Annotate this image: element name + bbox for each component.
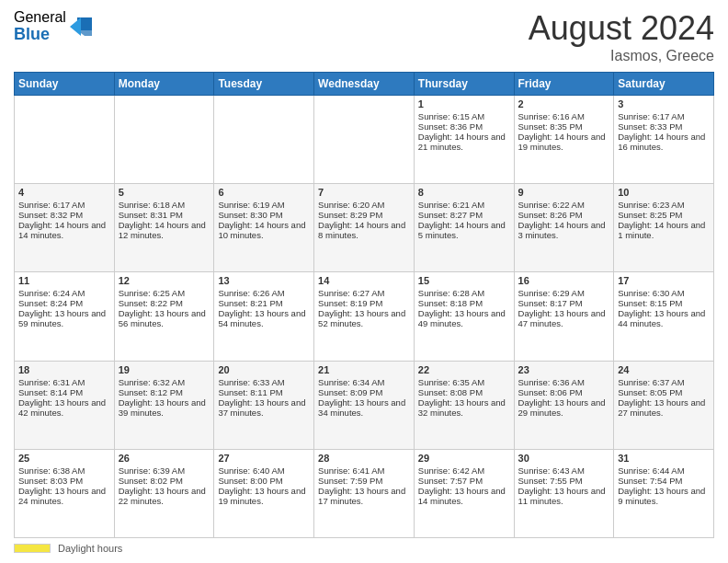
sunset-text: Sunset: 8:32 PM [18, 210, 110, 220]
day-number: 11 [18, 275, 110, 286]
month-year: August 2024 [529, 9, 714, 48]
sunrise-text: Sunrise: 6:31 AM [18, 377, 110, 387]
day-number: 23 [518, 364, 610, 375]
calendar-cell: 19Sunrise: 6:32 AMSunset: 8:12 PMDayligh… [114, 361, 214, 449]
calendar-cell: 4Sunrise: 6:17 AMSunset: 8:32 PMDaylight… [15, 184, 115, 272]
sunset-text: Sunset: 8:35 PM [518, 121, 610, 132]
day-number: 3 [618, 98, 710, 109]
daylight-text: Daylight: 14 hours and 14 minutes. [18, 220, 110, 240]
sunrise-text: Sunrise: 6:35 AM [418, 377, 510, 387]
calendar-table: SundayMondayTuesdayWednesdayThursdayFrid… [14, 72, 714, 538]
logo-blue: Blue [14, 26, 66, 44]
daylight-text: Daylight: 14 hours and 8 minutes. [318, 220, 410, 240]
daylight-text: Daylight: 13 hours and 49 minutes. [418, 308, 510, 328]
calendar-cell: 27Sunrise: 6:40 AMSunset: 8:00 PMDayligh… [214, 449, 314, 537]
calendar-cell: 5Sunrise: 6:18 AMSunset: 8:31 PMDaylight… [114, 184, 214, 272]
logo-general: General [14, 9, 66, 26]
daylight-text: Daylight: 13 hours and 42 minutes. [18, 397, 110, 418]
location: Iasmos, Greece [529, 48, 714, 64]
sunrise-text: Sunrise: 6:29 AM [518, 288, 610, 298]
footer: Daylight hours [14, 543, 714, 554]
calendar-cell [214, 96, 314, 184]
sunset-text: Sunset: 7:59 PM [318, 476, 410, 486]
sunrise-text: Sunrise: 6:43 AM [518, 465, 610, 476]
header: General Blue August 2024 Iasmos, Greece [14, 9, 714, 64]
day-number: 15 [418, 275, 510, 286]
day-number: 28 [318, 453, 410, 464]
calendar-cell [314, 96, 415, 184]
sunrise-text: Sunrise: 6:21 AM [418, 200, 510, 210]
calendar-cell: 18Sunrise: 6:31 AMSunset: 8:14 PMDayligh… [15, 361, 115, 449]
daylight-text: Daylight: 13 hours and 19 minutes. [218, 486, 310, 506]
daylight-text: Daylight: 14 hours and 16 minutes. [618, 132, 710, 152]
sunrise-text: Sunrise: 6:36 AM [518, 377, 610, 387]
sunset-text: Sunset: 8:11 PM [218, 387, 310, 397]
sunrise-text: Sunrise: 6:42 AM [418, 465, 510, 476]
daylight-text: Daylight: 13 hours and 27 minutes. [618, 397, 710, 418]
day-number: 31 [618, 453, 710, 464]
sunset-text: Sunset: 8:15 PM [618, 298, 710, 308]
sunset-text: Sunset: 7:54 PM [618, 476, 710, 486]
calendar-week-1: 1Sunrise: 6:15 AMSunset: 8:36 PMDaylight… [15, 96, 714, 184]
calendar-cell: 12Sunrise: 6:25 AMSunset: 8:22 PMDayligh… [114, 272, 214, 361]
daylight-text: Daylight: 13 hours and 39 minutes. [119, 397, 210, 418]
sunset-text: Sunset: 8:24 PM [18, 298, 110, 308]
calendar-header-saturday: Saturday [614, 73, 714, 96]
sunrise-text: Sunrise: 6:20 AM [318, 200, 410, 210]
calendar-cell: 15Sunrise: 6:28 AMSunset: 8:18 PMDayligh… [414, 272, 514, 361]
title-block: August 2024 Iasmos, Greece [529, 9, 714, 64]
sunset-text: Sunset: 8:27 PM [418, 210, 510, 220]
sunrise-text: Sunrise: 6:16 AM [518, 111, 610, 121]
day-number: 14 [318, 275, 410, 286]
calendar-cell [114, 96, 214, 184]
calendar-cell: 20Sunrise: 6:33 AMSunset: 8:11 PMDayligh… [214, 361, 314, 449]
sunset-text: Sunset: 8:18 PM [418, 298, 510, 308]
calendar-week-5: 25Sunrise: 6:38 AMSunset: 8:03 PMDayligh… [15, 449, 714, 537]
sunset-text: Sunset: 8:02 PM [119, 476, 210, 486]
daylight-text: Daylight: 14 hours and 5 minutes. [418, 220, 510, 240]
day-number: 6 [218, 187, 310, 198]
sunset-text: Sunset: 8:12 PM [119, 387, 210, 397]
sunset-text: Sunset: 8:19 PM [318, 298, 410, 308]
sunrise-text: Sunrise: 6:44 AM [618, 465, 710, 476]
day-number: 8 [418, 187, 510, 198]
day-number: 18 [18, 364, 110, 375]
calendar-header-wednesday: Wednesday [314, 73, 415, 96]
daylight-bar [14, 544, 51, 553]
sunrise-text: Sunrise: 6:38 AM [18, 465, 110, 476]
sunset-text: Sunset: 8:09 PM [318, 387, 410, 397]
logo-icon [68, 14, 94, 40]
daylight-text: Daylight: 14 hours and 3 minutes. [518, 220, 610, 240]
daylight-text: Daylight: 14 hours and 1 minute. [618, 220, 710, 240]
daylight-text: Daylight: 13 hours and 32 minutes. [418, 397, 510, 418]
sunrise-text: Sunrise: 6:19 AM [218, 200, 310, 210]
calendar-cell: 11Sunrise: 6:24 AMSunset: 8:24 PMDayligh… [15, 272, 115, 361]
day-number: 26 [119, 453, 210, 464]
calendar-cell: 16Sunrise: 6:29 AMSunset: 8:17 PMDayligh… [514, 272, 614, 361]
calendar-cell: 23Sunrise: 6:36 AMSunset: 8:06 PMDayligh… [514, 361, 614, 449]
calendar-header-sunday: Sunday [15, 73, 115, 96]
calendar-week-4: 18Sunrise: 6:31 AMSunset: 8:14 PMDayligh… [15, 361, 714, 449]
sunrise-text: Sunrise: 6:22 AM [518, 200, 610, 210]
daylight-text: Daylight: 13 hours and 52 minutes. [318, 308, 410, 328]
sunrise-text: Sunrise: 6:37 AM [618, 377, 710, 387]
calendar-cell: 21Sunrise: 6:34 AMSunset: 8:09 PMDayligh… [314, 361, 415, 449]
svg-marker-2 [70, 17, 81, 36]
day-number: 21 [318, 364, 410, 375]
day-number: 7 [318, 187, 410, 198]
day-number: 9 [518, 187, 610, 198]
sunset-text: Sunset: 8:03 PM [18, 476, 110, 486]
calendar-cell: 24Sunrise: 6:37 AMSunset: 8:05 PMDayligh… [614, 361, 714, 449]
sunset-text: Sunset: 8:26 PM [518, 210, 610, 220]
calendar-cell: 8Sunrise: 6:21 AMSunset: 8:27 PMDaylight… [414, 184, 514, 272]
sunrise-text: Sunrise: 6:41 AM [318, 465, 410, 476]
daylight-text: Daylight: 13 hours and 29 minutes. [518, 397, 610, 418]
calendar-cell: 7Sunrise: 6:20 AMSunset: 8:29 PMDaylight… [314, 184, 415, 272]
daylight-text: Daylight: 14 hours and 12 minutes. [119, 220, 210, 240]
calendar-cell: 1Sunrise: 6:15 AMSunset: 8:36 PMDaylight… [414, 96, 514, 184]
sunset-text: Sunset: 8:30 PM [218, 210, 310, 220]
daylight-text: Daylight: 13 hours and 56 minutes. [119, 308, 210, 328]
daylight-text: Daylight: 13 hours and 14 minutes. [418, 486, 510, 506]
day-number: 29 [418, 453, 510, 464]
sunrise-text: Sunrise: 6:17 AM [618, 111, 710, 121]
